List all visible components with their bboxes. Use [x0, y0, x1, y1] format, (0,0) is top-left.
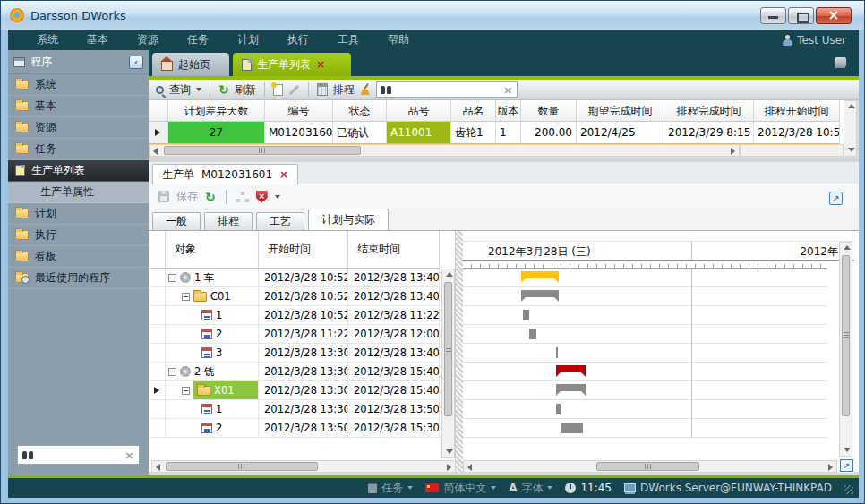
- refresh-button[interactable]: 刷新: [235, 82, 256, 98]
- menu-resource[interactable]: 资源: [124, 30, 171, 49]
- gantt-hscrollbar[interactable]: [463, 460, 837, 473]
- dropdown-icon: [547, 486, 552, 490]
- sidebar-item-board[interactable]: 看板: [8, 246, 149, 268]
- close-tab-icon[interactable]: [316, 58, 325, 71]
- status-task-selector[interactable]: 任务: [368, 481, 413, 496]
- sidebar-item-plan[interactable]: 计划: [8, 203, 149, 225]
- subtab-plan-vs-actual[interactable]: 计划与实际: [308, 209, 389, 230]
- maximize-button[interactable]: [788, 7, 814, 24]
- menu-system[interactable]: 系统: [24, 30, 71, 49]
- sidebar-item-execute[interactable]: 执行: [8, 225, 149, 246]
- gantt-bar[interactable]: [556, 347, 558, 358]
- sidebar-item-production-order-props[interactable]: 生产单属性: [8, 182, 149, 203]
- document-tab-strip: 起始页 生产单列表: [149, 50, 859, 76]
- menu-task[interactable]: 任务: [175, 30, 221, 49]
- gantt-vscrollbar[interactable]: [839, 242, 852, 457]
- collapse-icon[interactable]: [182, 387, 190, 395]
- menu-help[interactable]: 帮助: [375, 30, 422, 49]
- gantt-bar[interactable]: [521, 271, 559, 278]
- gantt-bar[interactable]: [529, 329, 536, 339]
- schedule-button[interactable]: 排程: [333, 82, 355, 98]
- close-button[interactable]: [816, 7, 852, 24]
- refresh-icon[interactable]: [205, 190, 216, 204]
- status-font-selector[interactable]: A 字体: [509, 481, 552, 496]
- tree-vscrollbar[interactable]: [441, 269, 455, 458]
- close-detail-tab-icon[interactable]: [279, 168, 288, 181]
- minimize-button[interactable]: [760, 7, 786, 24]
- detail-tab-production-order[interactable]: 生产单 M012031601: [152, 164, 298, 184]
- scroll-down-icon[interactable]: [442, 447, 454, 457]
- tree-row[interactable]: 2 2012/3/28 11:22 2012/3/28 12:00: [151, 325, 455, 344]
- org-chart-icon[interactable]: [236, 192, 249, 202]
- tree-row[interactable]: 1 2012/3/28 10:52 2012/3/28 11:22: [151, 306, 455, 325]
- popout-window-icon[interactable]: [829, 192, 843, 205]
- shield-dropdown-icon[interactable]: [275, 195, 280, 199]
- tab-start-page[interactable]: 起始页: [152, 53, 229, 76]
- gantt-bar[interactable]: [556, 384, 586, 391]
- subtab-process[interactable]: 工艺: [256, 212, 304, 230]
- scroll-left-icon[interactable]: [150, 145, 161, 156]
- sidebar-item-basic[interactable]: 基本: [8, 96, 149, 117]
- tree-row[interactable]: 1 2012/3/28 13:30 2012/3/28 13:50: [151, 400, 455, 419]
- gantt-bar[interactable]: [556, 365, 586, 372]
- scroll-left-icon[interactable]: [152, 461, 164, 472]
- gantt-bar[interactable]: [556, 404, 561, 414]
- fit-view-icon[interactable]: [840, 459, 853, 472]
- detail-subtabs: 一般 排程 工艺 计划与实际: [149, 209, 859, 230]
- query-button[interactable]: 查询: [169, 82, 191, 98]
- gantt-bar[interactable]: [561, 423, 583, 433]
- tree-row[interactable]: 1 车 2012/3/28 10:52 2012/3/28 13:40: [151, 269, 455, 287]
- scroll-right-icon[interactable]: [727, 145, 739, 156]
- menu-basic[interactable]: 基本: [74, 30, 121, 49]
- current-user[interactable]: Test User: [783, 34, 859, 47]
- new-document-icon[interactable]: [273, 84, 283, 96]
- tree-row[interactable]: 3 2012/3/28 13:30 2012/3/28 13:40: [151, 344, 455, 363]
- tree-hscrollbar[interactable]: [151, 460, 456, 473]
- sidebar-item-recent-programs[interactable]: 最近使用的程序: [8, 268, 149, 289]
- save-button[interactable]: 保存: [176, 189, 198, 204]
- edit-pencil-icon[interactable]: [289, 84, 299, 94]
- shield-delete-icon[interactable]: [256, 191, 268, 203]
- sidebar-item-resource[interactable]: 资源: [8, 117, 149, 139]
- sidebar-search-input[interactable]: [38, 448, 120, 461]
- tree-row[interactable]: 2 2012/3/28 13:50 2012/3/28 15:30: [151, 419, 455, 438]
- status-language-selector[interactable]: 简体中文: [425, 481, 496, 496]
- menu-execute[interactable]: 执行: [275, 30, 321, 49]
- query-dropdown-icon[interactable]: [196, 88, 201, 91]
- scroll-down-icon[interactable]: [844, 145, 856, 156]
- collapse-icon[interactable]: [168, 368, 176, 376]
- scroll-down-icon[interactable]: [840, 445, 852, 456]
- sidebar-item-system[interactable]: 系统: [8, 74, 149, 96]
- orders-vscrollbar[interactable]: [844, 100, 857, 157]
- resize-grip[interactable]: [844, 485, 853, 494]
- orders-hscrollbar[interactable]: [149, 144, 740, 157]
- menu-plan[interactable]: 计划: [225, 30, 271, 49]
- tree-row[interactable]: C01 2012/3/28 10:52 2012/3/28 13:40: [151, 287, 455, 306]
- vertical-splitter[interactable]: [456, 231, 463, 473]
- tree-row[interactable]: 2 铣 2012/3/28 13:30 2012/3/28 15:40: [151, 363, 455, 381]
- collapse-icon[interactable]: [168, 274, 176, 282]
- subtab-schedule[interactable]: 排程: [204, 212, 253, 230]
- gantt-bar[interactable]: [521, 290, 559, 297]
- gantt-day1-label: 2012年3月28日 (三): [488, 244, 591, 260]
- broom-clear-icon[interactable]: [360, 84, 371, 95]
- tree-row-selected[interactable]: X01 2012/3/28 13:30 2012/3/28 15:40: [151, 381, 455, 400]
- tab-production-order-list[interactable]: 生产单列表: [233, 53, 351, 76]
- sidebar-collapse-button[interactable]: [129, 56, 143, 69]
- clear-search-icon[interactable]: [503, 83, 513, 97]
- subtab-general[interactable]: 一般: [152, 212, 201, 230]
- sidebar-item-production-order-list[interactable]: 生产单列表: [8, 160, 149, 182]
- pin-icon[interactable]: [835, 57, 846, 66]
- gantt-bar[interactable]: [523, 310, 529, 320]
- list-search-input[interactable]: [395, 84, 500, 95]
- scroll-right-icon[interactable]: [825, 461, 836, 472]
- clear-search-icon[interactable]: [124, 448, 134, 462]
- scroll-left-icon[interactable]: [464, 461, 475, 472]
- menu-tools[interactable]: 工具: [325, 30, 372, 49]
- server-text: DWorks Server@FUNWAY-THINKPAD: [640, 482, 832, 494]
- folder-icon: [15, 101, 29, 111]
- sidebar-item-task[interactable]: 任务: [8, 139, 149, 160]
- collapse-icon[interactable]: [182, 293, 190, 301]
- table-row[interactable]: 27 M012031601 已确认 A11001 齿轮1 1 200.00 20…: [149, 122, 844, 144]
- scroll-right-icon[interactable]: [443, 461, 455, 472]
